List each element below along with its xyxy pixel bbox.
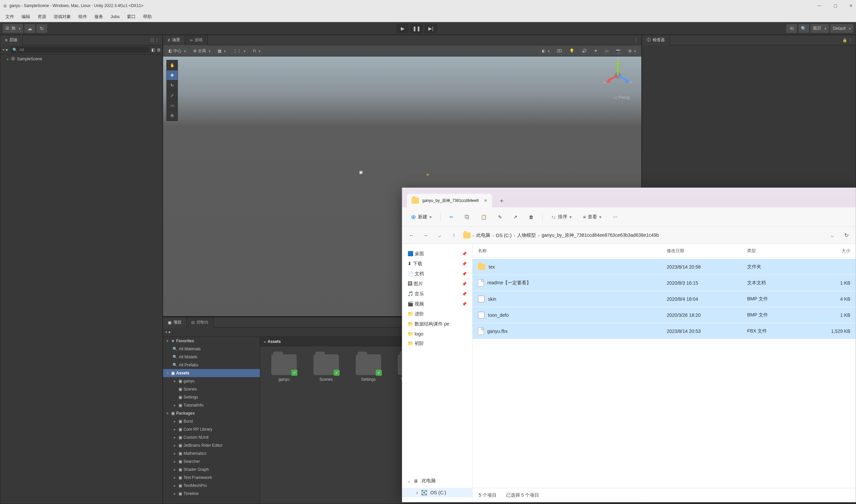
hierarchy-scene-root[interactable]: ⦿ SampleScene bbox=[0, 55, 162, 63]
file-row[interactable]: readme【一定要看】2020/8/3 16:15文本文档1 KB bbox=[472, 275, 856, 291]
explorer-more-button[interactable]: ⋯ bbox=[610, 212, 620, 222]
explorer-share-button[interactable]: ↗ bbox=[511, 212, 520, 222]
fav-all-prefabs[interactable]: 🔍 All Prefabs bbox=[163, 361, 260, 369]
menu-jobs[interactable]: Jobs bbox=[107, 13, 123, 20]
explorer-new-tab[interactable]: ＋ bbox=[499, 197, 505, 204]
move-tool[interactable]: ✥ bbox=[167, 70, 178, 80]
menu-assets[interactable]: 资源 bbox=[34, 12, 50, 21]
sidebar-item[interactable]: ⬇ 下载📌 bbox=[402, 259, 472, 269]
explorer-recent-button[interactable]: ⌵ bbox=[435, 231, 444, 240]
projection-label[interactable]: ◁ Persp bbox=[614, 95, 630, 100]
grid-snap-button[interactable]: ▦ bbox=[215, 47, 228, 55]
minimize-button[interactable]: — bbox=[818, 3, 821, 8]
explorer-cut-button[interactable]: ✂ bbox=[447, 212, 456, 222]
pivot-mode-button[interactable]: ◧中心 bbox=[166, 47, 189, 55]
play-button[interactable]: ▶ bbox=[396, 24, 409, 33]
file-row[interactable]: toon_defo2020/3/26 18:20BMP 文件1 KB bbox=[472, 307, 856, 323]
space-mode-button[interactable]: ⊕全局 bbox=[191, 47, 213, 55]
explorer-breadcrumb[interactable]: ›此电脑 ›OS (C:) ›人物模型 ›ganyu_by_原神_7381ccd… bbox=[463, 232, 823, 238]
file-row[interactable]: ganyu.fbx2023/8/14 20:53FBX 文件1,529 KB bbox=[472, 323, 856, 339]
hierarchy-menu-button[interactable]: ☐ ⋮ bbox=[147, 38, 162, 42]
explorer-titlebar[interactable]: ganyu_by_原神_7381ccd84ee8 ✕ ＋ bbox=[402, 188, 856, 207]
account-dropdown[interactable]: ⦿施 bbox=[3, 24, 23, 33]
project-tree[interactable]: ▾★ Favorites 🔍 All Materials 🔍 All Model… bbox=[163, 337, 260, 504]
pkg-shadergraph[interactable]: ▸▣ Shader Graph bbox=[163, 466, 260, 473]
sidebar-item[interactable]: 📁 初阶 bbox=[402, 339, 472, 348]
explorer-view-button[interactable]: ≡ 查看 ▾ bbox=[581, 212, 604, 222]
pkg-math[interactable]: ▸▣ Mathematics bbox=[163, 449, 260, 457]
camera-gizmo-icon[interactable]: ▣ bbox=[359, 170, 363, 175]
maximize-button[interactable]: ▢ bbox=[834, 3, 837, 8]
menu-component[interactable]: 组件 bbox=[75, 12, 90, 21]
fav-all-materials[interactable]: 🔍 All Materials bbox=[163, 345, 260, 353]
scene-camera-button[interactable]: 📷 bbox=[613, 47, 624, 55]
explorer-copy-button[interactable]: ⿻ bbox=[462, 212, 472, 222]
scene-visibility-button[interactable]: ▭ bbox=[602, 47, 611, 55]
explorer-back-button[interactable]: ← bbox=[407, 231, 416, 240]
explorer-paste-button[interactable]: 📋 bbox=[478, 212, 489, 222]
tree-settings[interactable]: ▣ Settings bbox=[163, 393, 260, 401]
gizmos-toggle-button[interactable]: ⊛ bbox=[626, 47, 639, 55]
tree-ganyu[interactable]: ▸▣ ganyu bbox=[163, 377, 260, 385]
history-button[interactable]: ↻ bbox=[36, 24, 47, 33]
explorer-new-button[interactable]: ⊕新建 ▾ bbox=[408, 211, 434, 223]
2d-toggle-button[interactable]: 2D bbox=[554, 47, 565, 55]
fx-toggle-button[interactable]: ✦ bbox=[591, 47, 600, 55]
file-explorer-window[interactable]: ganyu_by_原神_7381ccd84ee8 ✕ ＋ ⊕新建 ▾ ✂ ⿻ 📋… bbox=[402, 187, 856, 502]
light-gizmo-icon[interactable]: ☀ bbox=[426, 173, 430, 177]
sidebar-item[interactable]: 📄 文档📌 bbox=[402, 269, 472, 279]
col-type[interactable]: 类型 bbox=[742, 248, 809, 254]
layout-dropdown[interactable]: Default bbox=[830, 24, 853, 33]
console-tab[interactable]: ⊟ 控制台 bbox=[186, 318, 214, 327]
explorer-tab-close[interactable]: ✕ bbox=[484, 198, 487, 203]
pkg-nunit[interactable]: ▸▣ Custom NUnit bbox=[163, 433, 260, 442]
hand-tool[interactable]: ✋ bbox=[167, 60, 178, 70]
pkg-searcher[interactable]: ▸▣ Searcher bbox=[163, 457, 260, 466]
explorer-refresh-button[interactable]: ↻ bbox=[842, 231, 851, 240]
pkg-burst[interactable]: ▸▣ Burst bbox=[163, 417, 260, 425]
explorer-forward-button[interactable]: → bbox=[421, 231, 430, 240]
transform-tool[interactable]: ⊛ bbox=[167, 110, 178, 121]
pkg-tmp[interactable]: ▸▣ TextMeshPro bbox=[163, 482, 260, 490]
side-this-pc[interactable]: ⌵🖥 此电脑 bbox=[402, 476, 472, 486]
explorer-rename-button[interactable]: ✎ bbox=[495, 212, 505, 222]
explorer-delete-button[interactable]: 🗑 bbox=[526, 212, 536, 222]
inspector-menu-button[interactable]: 🔒 ⋮ bbox=[839, 38, 856, 42]
sidebar-item[interactable]: 🎬 视频📌 bbox=[402, 299, 472, 309]
sidebar-item[interactable]: 📁 数据结构课件 pe bbox=[402, 319, 472, 329]
rect-tool[interactable]: ▭ bbox=[167, 101, 178, 110]
inspector-tab[interactable]: ⓘ 检查器 bbox=[642, 35, 670, 45]
game-tab[interactable]: ∞ 游戏 bbox=[185, 35, 208, 45]
file-row[interactable]: skin2020/8/4 18:04BMP 文件4 KB bbox=[472, 291, 856, 307]
project-grid-item[interactable]: ✓ganyu bbox=[266, 354, 302, 382]
sidebar-item[interactable]: 🖼 图片📌 bbox=[402, 279, 472, 289]
hierarchy-search-input[interactable]: 🔍 All bbox=[10, 47, 149, 53]
explorer-column-headers[interactable]: 名称 修改日期 类型 大小 bbox=[472, 244, 856, 257]
col-name[interactable]: 名称 bbox=[472, 248, 661, 254]
pkg-testfw[interactable]: ▸▣ Test Framework bbox=[163, 473, 260, 482]
fav-all-models[interactable]: 🔍 All Models bbox=[163, 353, 260, 361]
assets-root[interactable]: ▾▣ Assets bbox=[163, 369, 260, 377]
menu-window[interactable]: 窗口 bbox=[124, 12, 139, 21]
scene-menu-button[interactable]: ⋮ bbox=[630, 38, 641, 42]
side-drive-c[interactable]: ›💽 OS (C:) bbox=[402, 488, 472, 497]
menu-edit[interactable]: 编辑 bbox=[18, 12, 34, 21]
menu-gameobject[interactable]: 游戏对象 bbox=[50, 12, 74, 21]
tree-scenes[interactable]: ▣ Scenes bbox=[163, 385, 260, 393]
col-date[interactable]: 修改日期 bbox=[661, 248, 742, 254]
project-breadcrumb[interactable]: Assets bbox=[268, 339, 281, 344]
sidebar-item[interactable]: 📁 logo bbox=[402, 329, 472, 339]
draw-mode-button[interactable]: ◐ bbox=[539, 47, 552, 55]
project-grid-item[interactable]: ✓Scenes bbox=[308, 354, 344, 382]
pkg-corerp[interactable]: ▸▣ Core RP Library bbox=[163, 425, 260, 433]
menu-services[interactable]: 服务 bbox=[91, 12, 107, 21]
col-size[interactable]: 大小 bbox=[809, 248, 856, 254]
menu-file[interactable]: 文件 bbox=[2, 12, 17, 21]
tree-tutorialinfo[interactable]: ▸▣ TutorialInfo bbox=[163, 401, 260, 409]
hierarchy-type-button[interactable]: ⊞ bbox=[157, 48, 160, 52]
pause-button[interactable]: ❚❚ bbox=[410, 24, 423, 33]
undo-history-button[interactable]: ⟲ bbox=[786, 24, 797, 33]
lighting-toggle-button[interactable]: 💡 bbox=[567, 47, 577, 55]
hierarchy-create-button[interactable]: + ▾ bbox=[2, 48, 8, 52]
orientation-gizmo[interactable]: yxz bbox=[601, 59, 635, 92]
